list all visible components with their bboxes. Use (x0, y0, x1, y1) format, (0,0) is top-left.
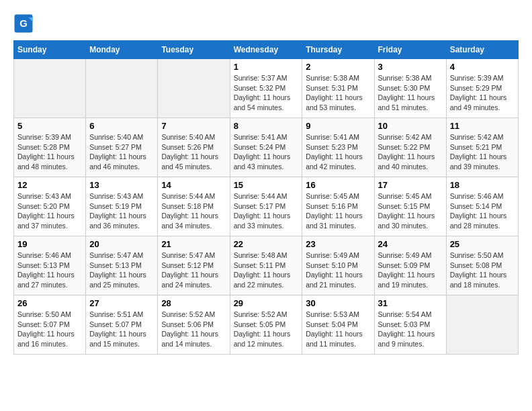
day-number: 7 (161, 121, 226, 131)
week-row-4: 19Sunrise: 5:46 AM Sunset: 5:13 PM Dayli… (14, 236, 519, 295)
day-number: 28 (161, 298, 226, 308)
day-info: Sunrise: 5:49 AM Sunset: 5:10 PM Dayligh… (306, 250, 370, 290)
calendar-cell: 20Sunrise: 5:47 AM Sunset: 5:13 PM Dayli… (86, 236, 158, 295)
logo-icon: G (13, 13, 34, 34)
calendar-cell: 27Sunrise: 5:51 AM Sunset: 5:07 PM Dayli… (86, 295, 158, 355)
calendar-cell: 2Sunrise: 5:38 AM Sunset: 5:31 PM Daylig… (302, 59, 374, 118)
day-number: 27 (89, 298, 154, 308)
day-number: 14 (161, 180, 226, 190)
calendar-cell: 23Sunrise: 5:49 AM Sunset: 5:10 PM Dayli… (302, 236, 374, 295)
calendar-cell: 21Sunrise: 5:47 AM Sunset: 5:12 PM Dayli… (158, 236, 230, 295)
calendar-cell: 5Sunrise: 5:39 AM Sunset: 5:28 PM Daylig… (14, 118, 86, 177)
day-number: 13 (89, 180, 154, 190)
day-info: Sunrise: 5:41 AM Sunset: 5:23 PM Dayligh… (306, 132, 370, 172)
weekday-wednesday: Wednesday (230, 41, 302, 59)
calendar-cell: 7Sunrise: 5:40 AM Sunset: 5:26 PM Daylig… (158, 118, 230, 177)
calendar-cell (86, 59, 158, 118)
day-info: Sunrise: 5:39 AM Sunset: 5:29 PM Dayligh… (450, 73, 515, 113)
calendar-cell: 19Sunrise: 5:46 AM Sunset: 5:13 PM Dayli… (14, 236, 86, 295)
calendar-cell: 26Sunrise: 5:50 AM Sunset: 5:07 PM Dayli… (14, 295, 86, 355)
day-number: 2 (306, 62, 370, 72)
day-info: Sunrise: 5:38 AM Sunset: 5:31 PM Dayligh… (306, 73, 370, 113)
calendar-cell: 22Sunrise: 5:48 AM Sunset: 5:11 PM Dayli… (230, 236, 302, 295)
day-info: Sunrise: 5:37 AM Sunset: 5:32 PM Dayligh… (234, 73, 299, 113)
calendar-cell: 24Sunrise: 5:49 AM Sunset: 5:09 PM Dayli… (374, 236, 446, 295)
day-number: 29 (234, 298, 299, 308)
calendar-cell (158, 59, 230, 118)
day-number: 30 (306, 298, 370, 308)
day-info: Sunrise: 5:51 AM Sunset: 5:07 PM Dayligh… (89, 310, 154, 349)
day-info: Sunrise: 5:50 AM Sunset: 5:07 PM Dayligh… (17, 310, 82, 349)
day-number: 31 (378, 298, 443, 308)
day-number: 20 (89, 239, 154, 249)
calendar-cell: 18Sunrise: 5:46 AM Sunset: 5:14 PM Dayli… (446, 177, 518, 236)
logo: G (13, 13, 36, 34)
day-number: 17 (378, 180, 443, 190)
day-info: Sunrise: 5:52 AM Sunset: 5:06 PM Dayligh… (161, 310, 226, 349)
day-number: 26 (17, 298, 82, 308)
day-number: 9 (306, 121, 370, 131)
day-info: Sunrise: 5:54 AM Sunset: 5:03 PM Dayligh… (378, 310, 443, 349)
calendar-cell: 15Sunrise: 5:44 AM Sunset: 5:17 PM Dayli… (230, 177, 302, 236)
calendar-cell: 13Sunrise: 5:43 AM Sunset: 5:19 PM Dayli… (86, 177, 158, 236)
weekday-tuesday: Tuesday (158, 41, 230, 59)
day-info: Sunrise: 5:41 AM Sunset: 5:24 PM Dayligh… (234, 132, 299, 172)
calendar-cell: 28Sunrise: 5:52 AM Sunset: 5:06 PM Dayli… (158, 295, 230, 355)
calendar-cell (446, 295, 518, 355)
day-number: 11 (450, 121, 515, 131)
day-info: Sunrise: 5:42 AM Sunset: 5:21 PM Dayligh… (450, 132, 515, 172)
calendar-cell: 3Sunrise: 5:38 AM Sunset: 5:30 PM Daylig… (374, 59, 446, 118)
calendar-table: SundayMondayTuesdayWednesdayThursdayFrid… (13, 40, 519, 355)
day-number: 18 (450, 180, 515, 190)
day-info: Sunrise: 5:44 AM Sunset: 5:18 PM Dayligh… (161, 191, 226, 231)
day-info: Sunrise: 5:47 AM Sunset: 5:13 PM Dayligh… (89, 250, 154, 290)
calendar-cell: 4Sunrise: 5:39 AM Sunset: 5:29 PM Daylig… (446, 59, 518, 118)
day-info: Sunrise: 5:40 AM Sunset: 5:26 PM Dayligh… (161, 132, 226, 172)
day-number: 8 (234, 121, 299, 131)
day-number: 23 (306, 239, 370, 249)
weekday-sunday: Sunday (14, 41, 86, 59)
day-number: 24 (378, 239, 443, 249)
day-info: Sunrise: 5:48 AM Sunset: 5:11 PM Dayligh… (234, 250, 299, 290)
week-row-3: 12Sunrise: 5:43 AM Sunset: 5:20 PM Dayli… (14, 177, 519, 236)
day-info: Sunrise: 5:46 AM Sunset: 5:13 PM Dayligh… (17, 250, 82, 290)
calendar-cell: 25Sunrise: 5:50 AM Sunset: 5:08 PM Dayli… (446, 236, 518, 295)
weekday-friday: Friday (374, 41, 446, 59)
calendar-cell: 14Sunrise: 5:44 AM Sunset: 5:18 PM Dayli… (158, 177, 230, 236)
calendar-cell: 30Sunrise: 5:53 AM Sunset: 5:04 PM Dayli… (302, 295, 374, 355)
day-number: 12 (17, 180, 82, 190)
day-number: 25 (450, 239, 515, 249)
day-number: 16 (306, 180, 370, 190)
day-number: 3 (378, 62, 443, 72)
day-info: Sunrise: 5:44 AM Sunset: 5:17 PM Dayligh… (234, 191, 299, 231)
calendar-cell: 10Sunrise: 5:42 AM Sunset: 5:22 PM Dayli… (374, 118, 446, 177)
week-row-2: 5Sunrise: 5:39 AM Sunset: 5:28 PM Daylig… (14, 118, 519, 177)
week-row-5: 26Sunrise: 5:50 AM Sunset: 5:07 PM Dayli… (14, 295, 519, 355)
day-info: Sunrise: 5:43 AM Sunset: 5:20 PM Dayligh… (17, 191, 82, 231)
week-row-1: 1Sunrise: 5:37 AM Sunset: 5:32 PM Daylig… (14, 59, 519, 118)
day-number: 15 (234, 180, 299, 190)
day-info: Sunrise: 5:46 AM Sunset: 5:14 PM Dayligh… (450, 191, 515, 231)
day-number: 21 (161, 239, 226, 249)
calendar-cell: 1Sunrise: 5:37 AM Sunset: 5:32 PM Daylig… (230, 59, 302, 118)
day-info: Sunrise: 5:45 AM Sunset: 5:15 PM Dayligh… (378, 191, 443, 231)
day-number: 4 (450, 62, 515, 72)
calendar-cell: 11Sunrise: 5:42 AM Sunset: 5:21 PM Dayli… (446, 118, 518, 177)
calendar-cell: 9Sunrise: 5:41 AM Sunset: 5:23 PM Daylig… (302, 118, 374, 177)
calendar-cell: 12Sunrise: 5:43 AM Sunset: 5:20 PM Dayli… (14, 177, 86, 236)
weekday-thursday: Thursday (302, 41, 374, 59)
day-number: 10 (378, 121, 443, 131)
calendar-cell: 29Sunrise: 5:52 AM Sunset: 5:05 PM Dayli… (230, 295, 302, 355)
day-info: Sunrise: 5:45 AM Sunset: 5:16 PM Dayligh… (306, 191, 370, 231)
calendar-cell: 31Sunrise: 5:54 AM Sunset: 5:03 PM Dayli… (374, 295, 446, 355)
day-number: 5 (17, 121, 82, 131)
svg-text:G: G (19, 17, 28, 29)
day-number: 19 (17, 239, 82, 249)
day-info: Sunrise: 5:40 AM Sunset: 5:27 PM Dayligh… (89, 132, 154, 172)
day-info: Sunrise: 5:52 AM Sunset: 5:05 PM Dayligh… (234, 310, 299, 349)
day-info: Sunrise: 5:43 AM Sunset: 5:19 PM Dayligh… (89, 191, 154, 231)
day-number: 6 (89, 121, 154, 131)
day-info: Sunrise: 5:42 AM Sunset: 5:22 PM Dayligh… (378, 132, 443, 172)
calendar-cell (14, 59, 86, 118)
day-info: Sunrise: 5:38 AM Sunset: 5:30 PM Dayligh… (378, 73, 443, 113)
